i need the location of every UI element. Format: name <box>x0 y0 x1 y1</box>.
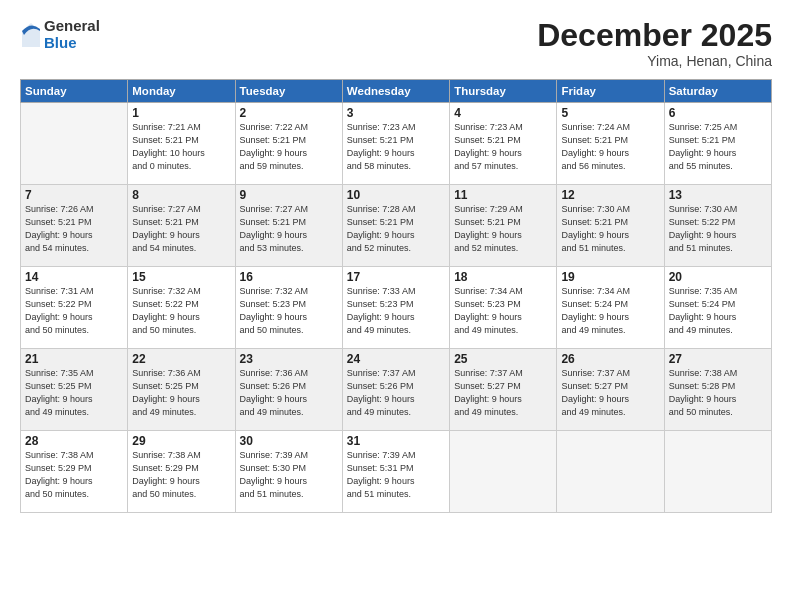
day-info: Sunrise: 7:38 AM Sunset: 5:29 PM Dayligh… <box>132 449 230 501</box>
calendar-cell: 9Sunrise: 7:27 AM Sunset: 5:21 PM Daylig… <box>235 185 342 267</box>
calendar: SundayMondayTuesdayWednesdayThursdayFrid… <box>20 79 772 513</box>
day-header-sunday: Sunday <box>21 80 128 103</box>
day-number: 10 <box>347 188 445 202</box>
day-info: Sunrise: 7:38 AM Sunset: 5:29 PM Dayligh… <box>25 449 123 501</box>
calendar-cell: 21Sunrise: 7:35 AM Sunset: 5:25 PM Dayli… <box>21 349 128 431</box>
day-info: Sunrise: 7:22 AM Sunset: 5:21 PM Dayligh… <box>240 121 338 173</box>
logo-text: General Blue <box>44 18 100 51</box>
calendar-cell: 16Sunrise: 7:32 AM Sunset: 5:23 PM Dayli… <box>235 267 342 349</box>
day-info: Sunrise: 7:29 AM Sunset: 5:21 PM Dayligh… <box>454 203 552 255</box>
day-info: Sunrise: 7:31 AM Sunset: 5:22 PM Dayligh… <box>25 285 123 337</box>
calendar-header-row: SundayMondayTuesdayWednesdayThursdayFrid… <box>21 80 772 103</box>
day-info: Sunrise: 7:39 AM Sunset: 5:31 PM Dayligh… <box>347 449 445 501</box>
calendar-cell <box>21 103 128 185</box>
day-header-monday: Monday <box>128 80 235 103</box>
calendar-week-row: 7Sunrise: 7:26 AM Sunset: 5:21 PM Daylig… <box>21 185 772 267</box>
calendar-cell: 26Sunrise: 7:37 AM Sunset: 5:27 PM Dayli… <box>557 349 664 431</box>
calendar-cell: 27Sunrise: 7:38 AM Sunset: 5:28 PM Dayli… <box>664 349 771 431</box>
day-number: 11 <box>454 188 552 202</box>
calendar-cell: 1Sunrise: 7:21 AM Sunset: 5:21 PM Daylig… <box>128 103 235 185</box>
day-info: Sunrise: 7:36 AM Sunset: 5:26 PM Dayligh… <box>240 367 338 419</box>
calendar-cell: 31Sunrise: 7:39 AM Sunset: 5:31 PM Dayli… <box>342 431 449 513</box>
day-info: Sunrise: 7:30 AM Sunset: 5:22 PM Dayligh… <box>669 203 767 255</box>
day-info: Sunrise: 7:24 AM Sunset: 5:21 PM Dayligh… <box>561 121 659 173</box>
day-number: 23 <box>240 352 338 366</box>
day-info: Sunrise: 7:34 AM Sunset: 5:24 PM Dayligh… <box>561 285 659 337</box>
calendar-cell: 15Sunrise: 7:32 AM Sunset: 5:22 PM Dayli… <box>128 267 235 349</box>
day-header-friday: Friday <box>557 80 664 103</box>
day-info: Sunrise: 7:37 AM Sunset: 5:26 PM Dayligh… <box>347 367 445 419</box>
day-number: 25 <box>454 352 552 366</box>
day-info: Sunrise: 7:27 AM Sunset: 5:21 PM Dayligh… <box>240 203 338 255</box>
day-header-wednesday: Wednesday <box>342 80 449 103</box>
calendar-cell: 4Sunrise: 7:23 AM Sunset: 5:21 PM Daylig… <box>450 103 557 185</box>
day-number: 9 <box>240 188 338 202</box>
day-number: 27 <box>669 352 767 366</box>
calendar-cell: 20Sunrise: 7:35 AM Sunset: 5:24 PM Dayli… <box>664 267 771 349</box>
calendar-cell: 5Sunrise: 7:24 AM Sunset: 5:21 PM Daylig… <box>557 103 664 185</box>
day-header-tuesday: Tuesday <box>235 80 342 103</box>
calendar-cell: 2Sunrise: 7:22 AM Sunset: 5:21 PM Daylig… <box>235 103 342 185</box>
logo-blue: Blue <box>44 35 100 52</box>
day-info: Sunrise: 7:34 AM Sunset: 5:23 PM Dayligh… <box>454 285 552 337</box>
day-number: 19 <box>561 270 659 284</box>
day-info: Sunrise: 7:37 AM Sunset: 5:27 PM Dayligh… <box>561 367 659 419</box>
logo-icon <box>20 21 42 49</box>
day-number: 24 <box>347 352 445 366</box>
calendar-cell: 13Sunrise: 7:30 AM Sunset: 5:22 PM Dayli… <box>664 185 771 267</box>
calendar-cell: 18Sunrise: 7:34 AM Sunset: 5:23 PM Dayli… <box>450 267 557 349</box>
day-info: Sunrise: 7:35 AM Sunset: 5:24 PM Dayligh… <box>669 285 767 337</box>
day-info: Sunrise: 7:32 AM Sunset: 5:23 PM Dayligh… <box>240 285 338 337</box>
day-number: 22 <box>132 352 230 366</box>
calendar-cell: 22Sunrise: 7:36 AM Sunset: 5:25 PM Dayli… <box>128 349 235 431</box>
day-info: Sunrise: 7:30 AM Sunset: 5:21 PM Dayligh… <box>561 203 659 255</box>
calendar-cell: 3Sunrise: 7:23 AM Sunset: 5:21 PM Daylig… <box>342 103 449 185</box>
calendar-week-row: 21Sunrise: 7:35 AM Sunset: 5:25 PM Dayli… <box>21 349 772 431</box>
calendar-cell: 24Sunrise: 7:37 AM Sunset: 5:26 PM Dayli… <box>342 349 449 431</box>
day-number: 17 <box>347 270 445 284</box>
month-title: December 2025 <box>537 18 772 53</box>
page: General Blue December 2025 Yima, Henan, … <box>0 0 792 612</box>
day-number: 29 <box>132 434 230 448</box>
calendar-cell: 10Sunrise: 7:28 AM Sunset: 5:21 PM Dayli… <box>342 185 449 267</box>
day-info: Sunrise: 7:33 AM Sunset: 5:23 PM Dayligh… <box>347 285 445 337</box>
day-number: 20 <box>669 270 767 284</box>
day-info: Sunrise: 7:23 AM Sunset: 5:21 PM Dayligh… <box>454 121 552 173</box>
day-info: Sunrise: 7:36 AM Sunset: 5:25 PM Dayligh… <box>132 367 230 419</box>
calendar-cell: 25Sunrise: 7:37 AM Sunset: 5:27 PM Dayli… <box>450 349 557 431</box>
day-number: 1 <box>132 106 230 120</box>
calendar-cell: 14Sunrise: 7:31 AM Sunset: 5:22 PM Dayli… <box>21 267 128 349</box>
day-number: 12 <box>561 188 659 202</box>
calendar-cell: 7Sunrise: 7:26 AM Sunset: 5:21 PM Daylig… <box>21 185 128 267</box>
calendar-cell <box>557 431 664 513</box>
day-info: Sunrise: 7:32 AM Sunset: 5:22 PM Dayligh… <box>132 285 230 337</box>
day-info: Sunrise: 7:28 AM Sunset: 5:21 PM Dayligh… <box>347 203 445 255</box>
day-info: Sunrise: 7:38 AM Sunset: 5:28 PM Dayligh… <box>669 367 767 419</box>
day-number: 13 <box>669 188 767 202</box>
calendar-cell: 6Sunrise: 7:25 AM Sunset: 5:21 PM Daylig… <box>664 103 771 185</box>
calendar-cell: 8Sunrise: 7:27 AM Sunset: 5:21 PM Daylig… <box>128 185 235 267</box>
calendar-cell <box>450 431 557 513</box>
calendar-cell: 17Sunrise: 7:33 AM Sunset: 5:23 PM Dayli… <box>342 267 449 349</box>
calendar-cell: 29Sunrise: 7:38 AM Sunset: 5:29 PM Dayli… <box>128 431 235 513</box>
day-number: 5 <box>561 106 659 120</box>
day-info: Sunrise: 7:26 AM Sunset: 5:21 PM Dayligh… <box>25 203 123 255</box>
logo-general: General <box>44 18 100 35</box>
day-number: 3 <box>347 106 445 120</box>
day-number: 26 <box>561 352 659 366</box>
calendar-cell: 12Sunrise: 7:30 AM Sunset: 5:21 PM Dayli… <box>557 185 664 267</box>
day-info: Sunrise: 7:25 AM Sunset: 5:21 PM Dayligh… <box>669 121 767 173</box>
day-header-saturday: Saturday <box>664 80 771 103</box>
logo: General Blue <box>20 18 100 51</box>
day-number: 30 <box>240 434 338 448</box>
day-number: 6 <box>669 106 767 120</box>
location-title: Yima, Henan, China <box>537 53 772 69</box>
calendar-week-row: 14Sunrise: 7:31 AM Sunset: 5:22 PM Dayli… <box>21 267 772 349</box>
calendar-cell: 28Sunrise: 7:38 AM Sunset: 5:29 PM Dayli… <box>21 431 128 513</box>
title-section: December 2025 Yima, Henan, China <box>537 18 772 69</box>
day-number: 15 <box>132 270 230 284</box>
day-number: 16 <box>240 270 338 284</box>
calendar-cell <box>664 431 771 513</box>
day-number: 18 <box>454 270 552 284</box>
day-header-thursday: Thursday <box>450 80 557 103</box>
